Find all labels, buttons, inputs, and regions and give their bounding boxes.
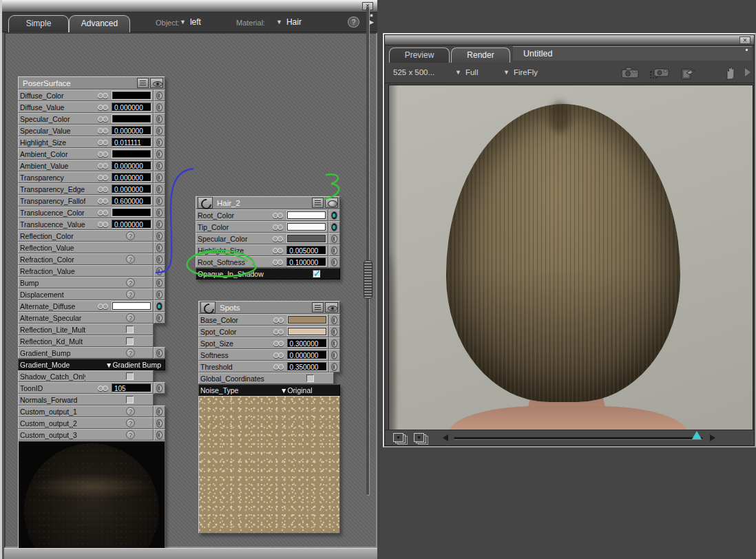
row-strip[interactable]: Refraction_Color? <box>18 253 154 265</box>
close-icon[interactable]: × <box>739 36 750 44</box>
vertical-scrollbar-thumb[interactable] <box>364 260 372 299</box>
link-chain-icon[interactable] <box>98 222 109 227</box>
value-field[interactable]: 0.000000 <box>112 173 151 182</box>
link-chain-icon[interactable] <box>98 175 109 180</box>
link-chain-icon[interactable] <box>98 187 109 192</box>
row-strip[interactable]: Diffuse_Value0.000000 <box>18 101 154 113</box>
value-field[interactable]: 0.000000 <box>112 103 151 112</box>
color-swatch[interactable] <box>112 91 151 100</box>
link-chain-icon[interactable] <box>273 236 284 242</box>
link-chain-icon[interactable] <box>273 224 284 230</box>
row-strip[interactable]: Specular_Value0.000000 <box>18 125 154 136</box>
output-plug-icon[interactable] <box>156 173 162 182</box>
output-plug-icon[interactable] <box>156 185 162 193</box>
link-chain-icon[interactable] <box>98 210 109 215</box>
value-field[interactable]: 0.600000 <box>112 196 151 205</box>
link-chain-icon[interactable] <box>273 248 284 253</box>
unplugged-help-icon[interactable]: ? <box>126 407 135 416</box>
tab-preview[interactable]: Preview <box>389 48 450 63</box>
render-camera-icon[interactable] <box>620 65 640 79</box>
output-plug-icon[interactable] <box>156 267 162 275</box>
node-header[interactable]: Hair_2 <box>196 196 340 209</box>
value-field[interactable]: 0.000000 <box>112 161 151 170</box>
node-menu-icon[interactable] <box>312 302 324 313</box>
color-swatch[interactable] <box>286 211 326 220</box>
row-strip[interactable]: Specular_Color <box>196 233 328 244</box>
output-plug-icon[interactable] <box>156 150 162 158</box>
row-strip[interactable]: Custom_output_1? <box>18 405 154 417</box>
row-strip[interactable]: Transparency_Edge0.000000 <box>18 183 154 195</box>
row-strip[interactable]: Specular_Color <box>18 113 154 125</box>
row-strip[interactable]: Gradient_Bump? <box>18 347 154 359</box>
output-plug-icon[interactable] <box>156 220 162 229</box>
row-strip[interactable]: Diffuse_Color <box>18 89 154 101</box>
row-strip[interactable]: Shadow_Catch_Only <box>18 370 154 382</box>
row-strip[interactable]: Highlight_Size0.005000 <box>196 244 328 256</box>
row-strip[interactable]: Highlight_Size0.011111 <box>18 136 154 148</box>
checkbox[interactable] <box>126 326 134 333</box>
checkbox[interactable] <box>306 375 314 382</box>
output-plug-icon[interactable] <box>156 384 162 392</box>
output-plug-icon[interactable] <box>331 258 337 266</box>
color-swatch[interactable] <box>112 114 151 123</box>
output-plug-icon[interactable] <box>331 223 337 231</box>
object-dropdown[interactable]: ▼ left <box>180 17 201 27</box>
unplugged-help-icon[interactable]: ? <box>126 290 135 299</box>
row-strip[interactable]: Custom_output_3? <box>18 429 154 441</box>
node-posersurface[interactable]: PoserSurfaceDiffuse_ColorDiffuse_Value0.… <box>18 76 165 559</box>
output-plug-icon[interactable] <box>156 408 162 416</box>
row-strip[interactable]: Transparency_Falloff0.600000 <box>18 195 154 207</box>
output-plug-icon[interactable] <box>156 138 162 147</box>
value-field[interactable]: 0.011111 <box>112 138 151 147</box>
link-chain-icon[interactable] <box>273 317 285 323</box>
output-plug-icon[interactable] <box>331 328 337 336</box>
value-field[interactable]: 0.000000 <box>112 220 151 229</box>
row-strip[interactable]: Spot_Size0.300000 <box>198 337 329 349</box>
value-field[interactable]: 0.000000 <box>112 184 151 193</box>
checkbox[interactable] <box>126 396 134 403</box>
compare-slider-thumb[interactable] <box>692 431 702 439</box>
row-strip[interactable]: Ambient_Color <box>18 148 154 160</box>
node-swirl-icon[interactable] <box>200 302 216 313</box>
render-canvas[interactable] <box>388 85 753 432</box>
output-plug-icon[interactable] <box>156 349 162 357</box>
value-field[interactable]: 105 <box>112 383 151 392</box>
link-chain-icon[interactable] <box>273 329 285 335</box>
row-strip[interactable]: Custom_output_2? <box>18 417 154 429</box>
compare-slider-track[interactable] <box>454 437 703 440</box>
row-strip[interactable]: ToonID105 <box>18 382 154 394</box>
row-strip[interactable]: Displacement? <box>18 288 154 300</box>
row-strip[interactable]: Opaque_In_Shadow✓ <box>196 268 340 280</box>
value-field[interactable]: 0.005000 <box>286 246 326 255</box>
row-strip[interactable]: Root_Softness0.100000 <box>196 256 328 268</box>
row-strip[interactable]: Noise_Type▼Original <box>198 384 340 396</box>
slider-right-arrow-icon[interactable] <box>710 434 715 441</box>
row-strip[interactable]: Root_Color <box>196 209 328 221</box>
row-strip[interactable]: Transparency0.000000 <box>18 171 154 183</box>
color-swatch[interactable] <box>287 315 327 324</box>
link-chain-icon[interactable] <box>98 304 109 309</box>
unplugged-help-icon[interactable]: ? <box>126 231 135 240</box>
row-strip[interactable]: Spot_Color <box>198 326 329 337</box>
help-icon[interactable]: ? <box>348 17 359 28</box>
slider-left-arrow-icon[interactable] <box>443 434 448 441</box>
node-header[interactable]: PoserSurface <box>18 76 165 89</box>
shader-node-graph[interactable]: PoserSurfaceDiffuse_ColorDiffuse_Value0.… <box>4 32 377 548</box>
row-strip[interactable]: Gradient_Mode▼Gradient Bump <box>18 359 165 370</box>
node-hair-2[interactable]: Hair_2Root_ColorTip_ColorSpecular_ColorH… <box>196 196 340 280</box>
row-strip[interactable]: Base_Color <box>198 314 329 326</box>
compare-render-1-icon[interactable]: ▼ <box>393 433 403 442</box>
pan-hand-icon[interactable] <box>724 65 737 81</box>
node-preview-toggle-icon[interactable] <box>325 198 338 208</box>
node-header[interactable]: Spots <box>198 301 340 314</box>
row-strip[interactable]: Tip_Color <box>196 221 328 233</box>
output-plug-icon[interactable] <box>331 316 337 324</box>
link-chain-icon[interactable] <box>98 105 109 110</box>
material-window-titlebar[interactable]: × <box>2 0 377 12</box>
node-visibility-eye-icon[interactable] <box>150 78 163 88</box>
dropdown-value[interactable]: ▼Gradient Bump <box>97 361 161 369</box>
value-field[interactable]: 0.300000 <box>287 339 327 348</box>
output-plug-icon[interactable] <box>156 419 162 428</box>
row-strip[interactable]: Reflection_Kd_Mult <box>18 335 154 347</box>
compare-render-2-icon[interactable]: ▼ <box>414 433 424 442</box>
